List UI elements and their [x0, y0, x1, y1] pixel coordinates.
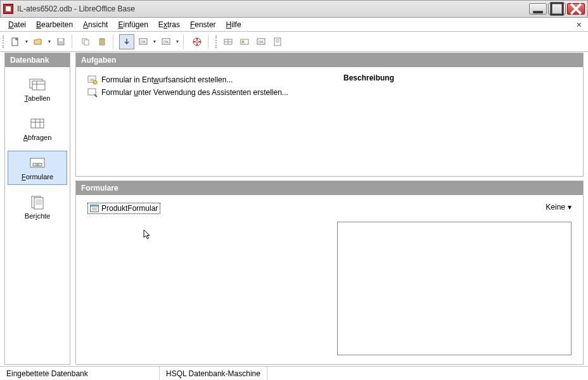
close-button[interactable] [567, 3, 585, 15]
svg-rect-47 [91, 205, 99, 207]
task-create-design-view[interactable]: OK Formular in Entwurfsansicht erstellen… [87, 73, 343, 86]
form-view-dropdown[interactable]: ▾ [175, 39, 180, 44]
tasks-panel: Aufgaben OK Formular in Entwurfsansicht … [75, 53, 584, 177]
form-wizard-icon [87, 87, 98, 98]
tables-icon [27, 77, 48, 92]
forms-icon: OK [27, 155, 48, 170]
main-area: Datenbank Tabellen Abfragen OK Formulare… [4, 53, 584, 365]
form-dropdown[interactable]: ▾ [152, 39, 157, 44]
tasks-header: Aufgaben [76, 53, 583, 67]
sidebar-item-reports[interactable]: Berichte [8, 190, 67, 224]
svg-rect-45 [88, 89, 96, 95]
table-button[interactable] [220, 34, 236, 49]
sidebar-item-forms[interactable]: OK Formulare [8, 151, 67, 185]
forms-panel: Formulare ProduktFormular Keine ▾ [75, 180, 584, 365]
forms-header: Formulare [76, 181, 583, 195]
save-button[interactable] [53, 34, 68, 49]
dropdown-arrow-icon: ▾ [568, 203, 572, 212]
status-embedded-db: Eingebettete Datenbank [0, 367, 160, 380]
sidebar-item-label: Abfragen [23, 134, 52, 141]
preview-pane [337, 222, 572, 355]
svg-rect-30 [31, 119, 44, 128]
queries-icon [27, 116, 48, 131]
open-button[interactable] [30, 34, 46, 49]
help-button[interactable] [189, 34, 205, 49]
new-doc-dropdown[interactable]: ▾ [24, 39, 29, 44]
window-controls [529, 3, 585, 15]
svg-rect-38 [34, 198, 43, 209]
document-close-icon[interactable]: × [574, 20, 584, 30]
svg-text:OK: OK [35, 163, 40, 167]
paste-button[interactable] [94, 34, 110, 49]
maximize-button[interactable] [548, 3, 566, 15]
svg-point-16 [196, 41, 198, 43]
svg-rect-6 [59, 39, 63, 41]
toolbar-separator [113, 35, 116, 49]
menu-view[interactable]: Ansicht [79, 19, 112, 30]
toolbar-grip[interactable] [215, 35, 218, 48]
toolbar-separator [183, 35, 186, 49]
toolbar-grip[interactable] [3, 35, 5, 48]
menu-file[interactable]: Datei [4, 19, 30, 30]
form-new-button[interactable]: OK [253, 34, 269, 49]
sidebar-item-label: Tabellen [25, 94, 51, 102]
sidebar-header: Datenbank [5, 53, 70, 67]
svg-rect-20 [241, 39, 248, 44]
menu-extras[interactable]: Extras [154, 19, 184, 30]
description-label: Beschreibung [343, 73, 572, 82]
tasks-list: OK Formular in Entwurfsansicht erstellen… [87, 73, 343, 170]
form-item-icon [90, 205, 99, 212]
report-button[interactable] [270, 34, 285, 49]
window-titlebar: IL-ates6502.odb - LibreOffice Base [0, 0, 588, 18]
form-item-label: ProduktFormular [101, 204, 158, 213]
svg-rect-27 [32, 81, 45, 90]
content-area: Aufgaben OK Formular in Entwurfsansicht … [75, 53, 584, 365]
task-label: Formular unter Verwendung des Assistente… [101, 88, 288, 97]
sidebar-item-queries[interactable]: Abfragen [8, 111, 67, 146]
statusbar: Eingebettete Datenbank HSQL Datenbank-Ma… [0, 366, 588, 380]
minimize-button[interactable] [529, 3, 547, 15]
svg-rect-1 [551, 3, 563, 15]
status-engine: HSQL Datenbank-Maschine [160, 367, 267, 380]
svg-rect-10 [101, 38, 103, 40]
svg-text:OK: OK [259, 40, 264, 44]
reports-icon [27, 194, 48, 210]
window-title: IL-ates6502.odb - LibreOffice Base [17, 4, 529, 13]
task-create-wizard[interactable]: Formular unter Verwendung des Assistente… [87, 86, 343, 99]
menubar: Datei Bearbeiten Ansicht Einfügen Extras… [0, 18, 588, 32]
new-doc-button[interactable] [8, 34, 23, 49]
form-view-button[interactable]: OK [158, 34, 174, 49]
form-design-icon: OK [87, 75, 98, 85]
svg-text:OK: OK [141, 40, 146, 44]
sort-ascending-button[interactable] [119, 34, 134, 49]
svg-text:OK: OK [163, 40, 169, 44]
toolbar-separator [208, 35, 211, 49]
sidebar-item-tables[interactable]: Tabellen [8, 72, 67, 106]
form-properties-button[interactable]: OK [136, 34, 151, 49]
menu-edit[interactable]: Bearbeiten [32, 19, 77, 30]
app-icon [3, 4, 13, 14]
open-dropdown[interactable]: ▾ [47, 39, 52, 44]
menu-window[interactable]: Fenster [186, 19, 220, 30]
query-button[interactable] [237, 34, 252, 49]
toolbar: ▾ ▾ OK ▾ OK ▾ OK [0, 32, 588, 52]
menu-insert[interactable]: Einfügen [113, 19, 152, 30]
svg-point-44 [93, 80, 97, 84]
copy-button[interactable] [78, 34, 93, 49]
view-options-dropdown[interactable]: Keine ▾ [546, 203, 572, 212]
sidebar-item-label: Formulare [22, 173, 53, 180]
svg-rect-8 [84, 40, 89, 45]
menu-help[interactable]: Hilfe [222, 19, 246, 30]
toolbar-separator [72, 35, 75, 49]
sidebar-item-label: Berichte [25, 212, 50, 220]
view-options-label: Keine [546, 203, 565, 212]
form-item-produktformular[interactable]: ProduktFormular [87, 203, 160, 214]
task-label: Formular in Entwurfsansicht erstellen... [101, 75, 233, 84]
database-sidebar: Datenbank Tabellen Abfragen OK Formulare… [4, 53, 70, 365]
